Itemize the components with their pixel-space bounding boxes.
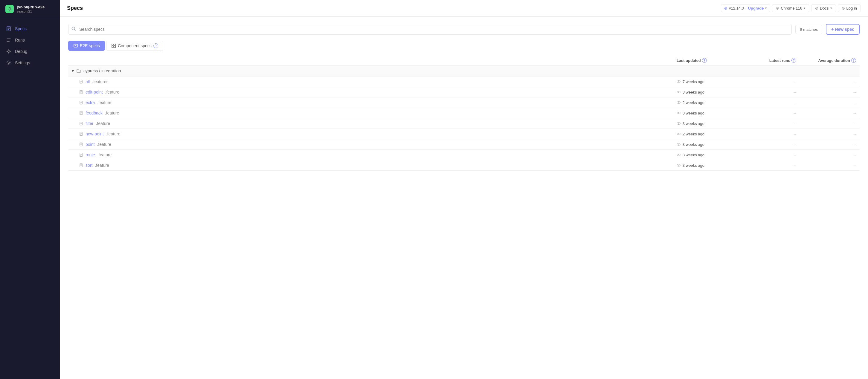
- last-updated-cell: 7 weeks ago: [677, 79, 736, 84]
- matches-badge: 9 matches: [795, 25, 822, 34]
- time-value: 7 weeks ago: [683, 79, 704, 84]
- spec-ext: .feature: [105, 111, 119, 115]
- upgrade-link[interactable]: Upgrade: [748, 6, 764, 10]
- file-icon: [79, 153, 83, 157]
- chrome-icon: ⊙: [776, 6, 779, 10]
- file-name-cell: feedback.feature: [79, 111, 677, 115]
- spec-ext: .feature: [97, 142, 111, 147]
- table-row[interactable]: all.features 7 weeks ago -- --: [68, 76, 860, 87]
- file-icon: [79, 90, 83, 94]
- sidebar-item-runs[interactable]: Runs: [0, 34, 60, 46]
- average-duration-cell: --: [796, 111, 856, 115]
- last-updated-help-icon[interactable]: ?: [702, 58, 707, 63]
- svg-point-43: [677, 112, 680, 114]
- eye-icon: [677, 122, 681, 126]
- eye-icon: [677, 100, 681, 105]
- sidebar-logo: J: [5, 5, 14, 13]
- search-input[interactable]: [68, 24, 792, 35]
- version-button[interactable]: ⊕ v12.14.0 · Upgrade ▾: [721, 4, 770, 12]
- file-name-cell: point.feature: [79, 142, 677, 147]
- svg-point-62: [678, 144, 679, 145]
- docs-chevron-icon: ▾: [830, 6, 832, 10]
- e2e-tab-icon: [73, 43, 78, 48]
- svg-point-25: [677, 81, 680, 83]
- eye-icon: [677, 153, 681, 157]
- debug-icon: [6, 49, 11, 54]
- tab-component-label: Component specs: [118, 43, 152, 48]
- time-value: 2 weeks ago: [683, 132, 704, 136]
- svg-point-68: [678, 154, 679, 156]
- spec-ext: .feature: [95, 163, 109, 168]
- spec-list: all.features 7 weeks ago -- -- edit-poin…: [68, 76, 860, 171]
- svg-point-38: [678, 102, 679, 103]
- tab-e2e-specs[interactable]: E2E specs: [68, 41, 105, 51]
- spec-name: extra: [86, 100, 95, 105]
- spec-name: new-point: [86, 132, 104, 136]
- docs-button[interactable]: ⊙ Docs ▾: [811, 4, 836, 12]
- sidebar-item-specs[interactable]: Specs: [0, 23, 60, 34]
- svg-point-37: [677, 102, 680, 104]
- table-row[interactable]: point.feature 3 weeks ago -- --: [68, 139, 860, 150]
- sidebar-item-label-debug: Debug: [15, 49, 27, 54]
- latest-runs-cell: --: [736, 163, 796, 168]
- login-label: Log in: [846, 6, 857, 10]
- svg-point-67: [677, 154, 680, 156]
- last-updated-cell: 2 weeks ago: [677, 100, 736, 105]
- svg-point-13: [72, 27, 75, 30]
- svg-point-61: [677, 143, 680, 145]
- col-last-updated: Last updated ?: [677, 58, 736, 63]
- component-tab-icon: [111, 43, 116, 48]
- table-row[interactable]: feedback.feature 3 weeks ago -- --: [68, 108, 860, 118]
- file-icon: [79, 111, 83, 115]
- tab-e2e-label: E2E specs: [80, 43, 100, 48]
- spec-name: feedback: [86, 111, 102, 115]
- table-header: Last updated ? Latest runs ? Average dur…: [68, 56, 860, 65]
- latest-runs-cell: --: [736, 142, 796, 147]
- svg-rect-19: [112, 46, 114, 48]
- average-duration-cell: --: [796, 79, 856, 84]
- last-updated-cell: 3 weeks ago: [677, 163, 736, 168]
- last-updated-cell: 3 weeks ago: [677, 142, 736, 147]
- eye-icon: [677, 163, 681, 167]
- file-icon: [79, 122, 83, 126]
- tab-component-specs[interactable]: Component specs ?: [106, 41, 163, 51]
- search-icon: [71, 26, 76, 32]
- svg-point-56: [678, 134, 679, 135]
- table-row[interactable]: extra.feature 2 weeks ago -- --: [68, 97, 860, 108]
- new-spec-button[interactable]: + New spec: [826, 24, 860, 35]
- spec-ext: .feature: [96, 121, 110, 126]
- docs-label: Docs: [820, 6, 829, 10]
- chrome-button[interactable]: ⊙ Chrome 116 ▾: [772, 4, 809, 12]
- svg-point-73: [677, 164, 680, 167]
- eye-icon: [677, 132, 681, 136]
- last-updated-cell: 3 weeks ago: [677, 122, 736, 126]
- average-duration-cell: --: [796, 100, 856, 105]
- latest-runs-help-icon[interactable]: ?: [792, 58, 796, 63]
- table-row[interactable]: filter.feature 3 weeks ago -- --: [68, 118, 860, 129]
- svg-point-26: [678, 81, 679, 82]
- sidebar-item-debug[interactable]: Debug: [0, 46, 60, 57]
- average-duration-help-icon[interactable]: ?: [851, 58, 856, 63]
- file-icon: [79, 100, 83, 105]
- table-row[interactable]: sort.feature 3 weeks ago -- --: [68, 160, 860, 171]
- latest-runs-cell: --: [736, 79, 796, 84]
- table-row[interactable]: new-point.feature 2 weeks ago -- --: [68, 129, 860, 139]
- settings-icon: [6, 60, 11, 65]
- sidebar-item-settings[interactable]: Settings: [0, 57, 60, 68]
- component-help-icon[interactable]: ?: [153, 43, 158, 48]
- version-chevron-icon: ▾: [765, 6, 767, 10]
- svg-line-14: [74, 30, 76, 31]
- content-area: 9 matches + New spec E2E specs: [60, 17, 868, 379]
- topbar: Specs ⊕ v12.14.0 · Upgrade ▾ ⊙ Chrome 11…: [60, 0, 868, 17]
- svg-point-44: [678, 113, 679, 113]
- table-row[interactable]: route.feature 3 weeks ago -- --: [68, 150, 860, 160]
- search-row: 9 matches + New spec: [68, 24, 860, 35]
- latest-runs-cell: --: [736, 122, 796, 126]
- table-row[interactable]: edit-point.feature 3 weeks ago -- --: [68, 87, 860, 97]
- sidebar-item-label-specs: Specs: [15, 26, 27, 31]
- docs-icon: ⊙: [815, 6, 818, 10]
- login-button[interactable]: ⊙ Log in: [838, 4, 861, 12]
- latest-runs-cell: --: [736, 153, 796, 157]
- folder-row[interactable]: ▾ cypress / integration: [68, 65, 860, 76]
- version-icon: ⊕: [724, 6, 727, 10]
